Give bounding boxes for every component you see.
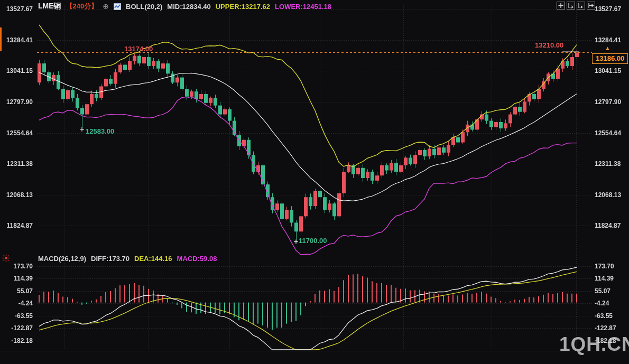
main-chart-header: LME铜 【240分】 ⊕ BOLL(20,2) MID:12834.40 UP…	[38, 2, 331, 11]
price-tick-label: 13284.41	[595, 36, 621, 44]
macd-tick-label: -4.24	[1, 300, 33, 307]
indicator-chart-icon	[114, 3, 121, 10]
price-tick-label: 13284.41	[1, 36, 33, 44]
compress-axis-left-icon[interactable]	[567, 2, 575, 10]
macd-tick-label: 114.39	[1, 275, 33, 282]
price-tick-label: 13527.67	[1, 5, 33, 13]
boll-indicator-label: BOLL(20,2)	[126, 3, 162, 11]
macd-tick-label: 55.07	[595, 287, 610, 295]
macd-tick-label: 173.70	[595, 263, 614, 270]
price-tick-label: 12554.64	[595, 129, 621, 137]
compress-axis-right-icon[interactable]	[577, 2, 585, 10]
macd-tick-label: -182.18	[595, 337, 616, 344]
price-tick-label: 12311.38	[595, 160, 621, 167]
macd-pane-header: MACD(26,12,9) DIFF:173.70 DEA:144.16 MAC…	[38, 255, 217, 263]
price-annotation-low: 11700.00	[299, 237, 327, 245]
add-indicator-icon[interactable]: ⊕	[103, 2, 109, 11]
macd-value: MACD:59.08	[177, 255, 217, 263]
macd-tick-label: -122.87	[1, 324, 33, 332]
macd-dea-value: DEA:144.16	[134, 255, 172, 263]
price-tick-label: 12554.64	[1, 129, 33, 137]
last-price-badge: 13186.00	[592, 53, 628, 64]
price-annotation-high: 13210.00	[535, 41, 563, 49]
macd-diff-value: DIFF:173.70	[91, 255, 130, 263]
macd-tick-label: -182.18	[1, 337, 33, 344]
macd-tick-label: 55.07	[1, 287, 33, 295]
price-annotation-high: 13174.00	[124, 45, 153, 53]
macd-tick-label: -122.87	[595, 324, 616, 332]
macd-tick-label: -63.55	[1, 312, 33, 320]
price-tick-label: 12797.90	[1, 98, 33, 106]
candlestick-macd-chart-canvas[interactable]	[0, 0, 629, 364]
price-annotation-low: 12583.00	[86, 127, 114, 135]
macd-tick-label: -4.24	[595, 300, 609, 307]
price-tick-label: 13527.67	[595, 5, 621, 13]
macd-indicator-label: MACD(26,12,9)	[38, 255, 86, 263]
price-tick-label: 12311.38	[1, 160, 33, 167]
price-tick-label: 12068.13	[1, 191, 33, 199]
price-tick-label: 12068.13	[595, 191, 621, 199]
trading-chart-app: 1QH.CN LME铜 【240分】 ⊕ BOLL(20,2) MID:1283…	[0, 0, 629, 364]
chart-toolbar	[557, 2, 595, 10]
time-axis-bar: 240分 ▲ 03/0603/1203/1803/2403/2804/0804/…	[0, 351, 629, 364]
price-tick-label: 12797.90	[595, 98, 621, 106]
macd-tick-label: 114.39	[595, 275, 614, 282]
boll-upper-value: UPPER:13217.62	[216, 3, 270, 11]
price-tick-label: 11824.87	[1, 222, 33, 229]
instrument-name: LME铜	[38, 2, 61, 11]
boll-lower-value: LOWER:12451.18	[275, 3, 331, 11]
alert-sun-icon[interactable]	[2, 254, 10, 264]
price-tick-label: 11824.87	[595, 222, 621, 229]
move-crosshair-icon[interactable]	[557, 2, 565, 10]
macd-tick-label: -63.55	[595, 312, 613, 320]
price-tick-label: 13041.15	[1, 67, 33, 74]
boll-mid-value: MID:12834.40	[167, 3, 210, 11]
expand-axis-icon[interactable]	[587, 2, 595, 10]
price-tick-label: 13041.15	[595, 67, 621, 74]
price-up-arrow-icon: ▲	[605, 45, 610, 51]
period-label[interactable]: 【240分】	[66, 2, 98, 11]
